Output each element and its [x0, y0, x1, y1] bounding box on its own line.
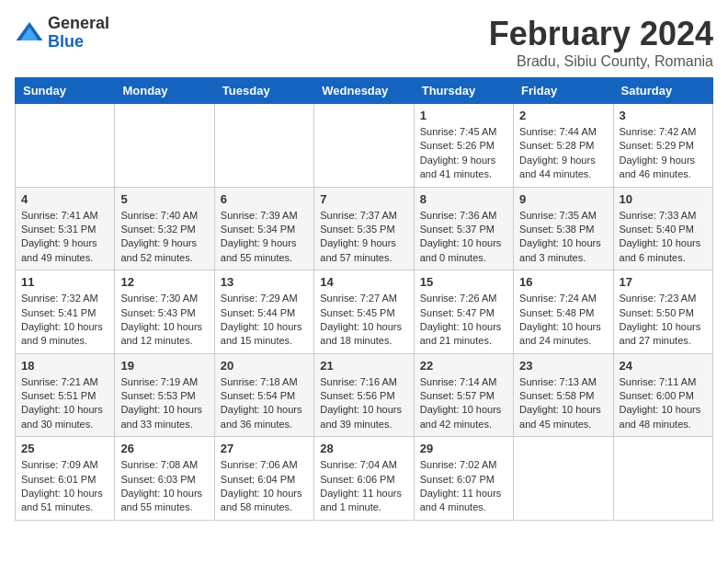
logo-text: General Blue — [48, 15, 109, 52]
day-info: Sunrise: 7:42 AM Sunset: 5:29 PM Dayligh… — [620, 125, 707, 182]
day-info: Sunrise: 7:27 AM Sunset: 5:45 PM Dayligh… — [320, 292, 407, 349]
calendar-cell: 21Sunrise: 7:16 AM Sunset: 5:56 PM Dayli… — [314, 353, 414, 437]
calendar-cell: 13Sunrise: 7:29 AM Sunset: 5:44 PM Dayli… — [214, 270, 313, 354]
logo-icon — [15, 18, 44, 48]
calendar-cell: 11Sunrise: 7:32 AM Sunset: 5:41 PM Dayli… — [16, 270, 115, 354]
day-info: Sunrise: 7:11 AM Sunset: 6:00 PM Dayligh… — [620, 375, 707, 432]
day-number: 25 — [21, 442, 108, 455]
day-number: 29 — [420, 442, 507, 455]
day-info: Sunrise: 7:41 AM Sunset: 5:31 PM Dayligh… — [21, 209, 108, 266]
calendar-cell: 25Sunrise: 7:09 AM Sunset: 6:01 PM Dayli… — [16, 437, 115, 521]
calendar-week-4: 18Sunrise: 7:21 AM Sunset: 5:51 PM Dayli… — [16, 353, 713, 437]
day-info: Sunrise: 7:23 AM Sunset: 5:50 PM Dayligh… — [620, 292, 707, 349]
day-info: Sunrise: 7:37 AM Sunset: 5:35 PM Dayligh… — [320, 209, 407, 266]
day-number: 17 — [620, 275, 707, 289]
calendar-cell — [514, 437, 613, 521]
calendar-header-row: SundayMondayTuesdayWednesdayThursdayFrid… — [16, 78, 713, 104]
day-info: Sunrise: 7:16 AM Sunset: 5:56 PM Dayligh… — [320, 375, 407, 432]
logo-general-text: General — [48, 15, 109, 33]
calendar: SundayMondayTuesdayWednesdayThursdayFrid… — [15, 77, 713, 521]
day-number: 9 — [519, 192, 607, 206]
calendar-header-wednesday: Wednesday — [314, 78, 414, 104]
month-title: February 2024 — [489, 15, 713, 53]
calendar-cell — [214, 104, 313, 188]
day-number: 2 — [519, 109, 607, 122]
day-number: 23 — [519, 359, 607, 373]
day-number: 14 — [320, 275, 407, 289]
day-number: 26 — [120, 442, 208, 455]
day-info: Sunrise: 7:14 AM Sunset: 5:57 PM Dayligh… — [420, 375, 507, 432]
calendar-cell: 5Sunrise: 7:40 AM Sunset: 5:32 PM Daylig… — [115, 187, 214, 270]
calendar-week-3: 11Sunrise: 7:32 AM Sunset: 5:41 PM Dayli… — [16, 270, 713, 354]
calendar-cell: 14Sunrise: 7:27 AM Sunset: 5:45 PM Dayli… — [314, 270, 414, 354]
calendar-cell — [115, 104, 214, 188]
logo: General Blue — [15, 15, 109, 52]
day-number: 18 — [21, 359, 108, 373]
calendar-cell: 26Sunrise: 7:08 AM Sunset: 6:03 PM Dayli… — [115, 437, 214, 521]
day-number: 11 — [21, 275, 108, 289]
day-info: Sunrise: 7:35 AM Sunset: 5:38 PM Dayligh… — [519, 209, 607, 266]
calendar-cell: 22Sunrise: 7:14 AM Sunset: 5:57 PM Dayli… — [414, 353, 513, 437]
day-number: 16 — [519, 275, 607, 289]
day-info: Sunrise: 7:40 AM Sunset: 5:32 PM Dayligh… — [120, 209, 208, 266]
day-info: Sunrise: 7:09 AM Sunset: 6:01 PM Dayligh… — [21, 458, 108, 515]
day-number: 24 — [620, 359, 707, 373]
calendar-cell — [613, 437, 712, 521]
calendar-header-saturday: Saturday — [613, 78, 712, 104]
day-number: 15 — [420, 275, 507, 289]
calendar-header-thursday: Thursday — [414, 78, 513, 104]
day-info: Sunrise: 7:32 AM Sunset: 5:41 PM Dayligh… — [21, 292, 108, 349]
day-number: 22 — [420, 359, 507, 373]
day-number: 4 — [21, 192, 108, 206]
header: General Blue February 2024 Bradu, Sibiu … — [15, 15, 713, 70]
calendar-cell: 19Sunrise: 7:19 AM Sunset: 5:53 PM Dayli… — [115, 353, 214, 437]
logo-blue-text: Blue — [48, 33, 109, 52]
day-info: Sunrise: 7:33 AM Sunset: 5:40 PM Dayligh… — [620, 209, 707, 266]
calendar-week-5: 25Sunrise: 7:09 AM Sunset: 6:01 PM Dayli… — [16, 437, 713, 521]
calendar-cell: 7Sunrise: 7:37 AM Sunset: 5:35 PM Daylig… — [314, 187, 414, 270]
calendar-cell: 20Sunrise: 7:18 AM Sunset: 5:54 PM Dayli… — [214, 353, 313, 437]
day-info: Sunrise: 7:21 AM Sunset: 5:51 PM Dayligh… — [21, 375, 108, 432]
calendar-cell: 29Sunrise: 7:02 AM Sunset: 6:07 PM Dayli… — [414, 437, 513, 521]
day-number: 20 — [221, 359, 308, 373]
day-number: 6 — [221, 192, 308, 206]
calendar-cell: 4Sunrise: 7:41 AM Sunset: 5:31 PM Daylig… — [16, 187, 115, 270]
day-number: 5 — [120, 192, 208, 206]
calendar-cell: 28Sunrise: 7:04 AM Sunset: 6:06 PM Dayli… — [314, 437, 414, 521]
calendar-cell: 15Sunrise: 7:26 AM Sunset: 5:47 PM Dayli… — [414, 270, 513, 354]
calendar-cell: 1Sunrise: 7:45 AM Sunset: 5:26 PM Daylig… — [414, 104, 513, 188]
calendar-cell: 10Sunrise: 7:33 AM Sunset: 5:40 PM Dayli… — [613, 187, 712, 270]
calendar-cell: 16Sunrise: 7:24 AM Sunset: 5:48 PM Dayli… — [514, 270, 613, 354]
day-info: Sunrise: 7:45 AM Sunset: 5:26 PM Dayligh… — [420, 125, 507, 182]
calendar-cell: 18Sunrise: 7:21 AM Sunset: 5:51 PM Dayli… — [16, 353, 115, 437]
calendar-header-tuesday: Tuesday — [214, 78, 313, 104]
day-number: 19 — [120, 359, 208, 373]
day-number: 12 — [120, 275, 208, 289]
day-info: Sunrise: 7:13 AM Sunset: 5:58 PM Dayligh… — [519, 375, 607, 432]
calendar-cell: 3Sunrise: 7:42 AM Sunset: 5:29 PM Daylig… — [613, 104, 712, 188]
calendar-cell: 8Sunrise: 7:36 AM Sunset: 5:37 PM Daylig… — [414, 187, 513, 270]
calendar-cell: 27Sunrise: 7:06 AM Sunset: 6:04 PM Dayli… — [214, 437, 313, 521]
day-info: Sunrise: 7:02 AM Sunset: 6:07 PM Dayligh… — [420, 458, 507, 515]
day-number: 1 — [420, 109, 507, 122]
day-info: Sunrise: 7:18 AM Sunset: 5:54 PM Dayligh… — [221, 375, 308, 432]
day-info: Sunrise: 7:24 AM Sunset: 5:48 PM Dayligh… — [519, 292, 607, 349]
calendar-week-2: 4Sunrise: 7:41 AM Sunset: 5:31 PM Daylig… — [16, 187, 713, 270]
day-number: 27 — [221, 442, 308, 455]
calendar-cell: 12Sunrise: 7:30 AM Sunset: 5:43 PM Dayli… — [115, 270, 214, 354]
day-number: 28 — [320, 442, 407, 455]
day-info: Sunrise: 7:29 AM Sunset: 5:44 PM Dayligh… — [221, 292, 308, 349]
calendar-cell: 24Sunrise: 7:11 AM Sunset: 6:00 PM Dayli… — [613, 353, 712, 437]
day-info: Sunrise: 7:36 AM Sunset: 5:37 PM Dayligh… — [420, 209, 507, 266]
calendar-header-sunday: Sunday — [16, 78, 115, 104]
day-info: Sunrise: 7:39 AM Sunset: 5:34 PM Dayligh… — [221, 209, 308, 266]
location-title: Bradu, Sibiu County, Romania — [489, 53, 713, 70]
day-info: Sunrise: 7:04 AM Sunset: 6:06 PM Dayligh… — [320, 458, 407, 515]
calendar-cell: 17Sunrise: 7:23 AM Sunset: 5:50 PM Dayli… — [613, 270, 712, 354]
day-number: 10 — [620, 192, 707, 206]
calendar-header-monday: Monday — [115, 78, 214, 104]
day-info: Sunrise: 7:19 AM Sunset: 5:53 PM Dayligh… — [120, 375, 208, 432]
calendar-cell — [16, 104, 115, 188]
calendar-cell: 9Sunrise: 7:35 AM Sunset: 5:38 PM Daylig… — [514, 187, 613, 270]
day-info: Sunrise: 7:30 AM Sunset: 5:43 PM Dayligh… — [120, 292, 208, 349]
